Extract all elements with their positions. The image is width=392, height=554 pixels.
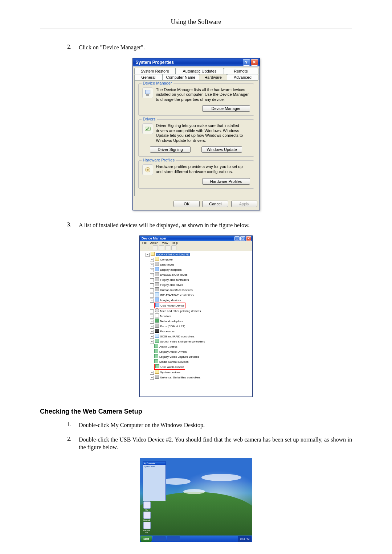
- svg-rect-0: [145, 90, 150, 94]
- desktop-icon[interactable]: Recycle Bin: [143, 522, 150, 534]
- drivers-icon: [142, 123, 153, 134]
- tab-system-restore[interactable]: System Restore: [134, 68, 176, 74]
- help-icon[interactable]: ?: [243, 59, 250, 66]
- my-computer-side: System Tasks: [143, 465, 166, 501]
- tab-general[interactable]: General: [134, 74, 163, 80]
- tree-item[interactable]: Imaging devices: [160, 299, 181, 302]
- close-icon[interactable]: ✕: [251, 59, 258, 66]
- tree-item[interactable]: Media Control Devices: [159, 360, 188, 364]
- menu-view[interactable]: View: [162, 241, 168, 245]
- step-3-num: 3.: [67, 221, 79, 229]
- tab-hardware[interactable]: Hardware: [199, 74, 228, 80]
- step-3-text: A list of installed devices will be disp…: [79, 221, 352, 229]
- devmgr-toolbar: ←→: [140, 245, 252, 251]
- tree-item[interactable]: Display adapters: [160, 268, 182, 271]
- tree-item[interactable]: DVD/CD-ROM drives: [160, 273, 188, 276]
- tree-item[interactable]: Disk drives: [160, 263, 174, 266]
- menu-help[interactable]: Help: [172, 241, 177, 245]
- tree-item[interactable]: Floppy disk drives: [160, 283, 183, 287]
- taskbar-item[interactable]: [153, 536, 166, 541]
- cancel-button[interactable]: Cancel: [202, 201, 228, 207]
- menu-action[interactable]: Action: [150, 241, 158, 245]
- driver-signing-button[interactable]: Driver Signing: [150, 146, 191, 153]
- tree-item[interactable]: Human Interface Devices: [160, 288, 193, 292]
- tree-item[interactable]: Ports (COM & LPT): [160, 325, 185, 328]
- devmgr-tree[interactable]: −WORKSTATION-42A27D +Computer +Disk driv…: [140, 251, 252, 397]
- usb-video-device[interactable]: USB Video Device: [160, 304, 184, 307]
- webcam-step-2-text: Double-click the USB Video Device #2. Yo…: [79, 436, 352, 451]
- hardware-panel: Device Manager The Device Manager lists …: [134, 80, 258, 196]
- devmgr-menubar: File Action View Help: [140, 241, 252, 245]
- device-manager-legend: Device Manager: [142, 81, 173, 85]
- tab-remote[interactable]: Remote: [224, 68, 258, 74]
- start-button[interactable]: start: [140, 536, 152, 542]
- device-manager-button[interactable]: Device Manager: [202, 105, 250, 112]
- system-tray[interactable]: 1:43 PM: [238, 536, 252, 542]
- taskbar-item[interactable]: [167, 536, 180, 541]
- hardware-profiles-button[interactable]: Hardware Profiles: [202, 178, 250, 185]
- step-3: 3. A list of installed devices will be d…: [67, 221, 352, 229]
- tool-icon[interactable]: [153, 245, 158, 250]
- device-manager-icon: [142, 87, 153, 98]
- header-rule: [40, 29, 352, 29]
- tree-item[interactable]: Audio Codecs: [159, 345, 177, 348]
- tabs-row-front: General Computer Name Hardware Advanced: [134, 74, 258, 80]
- windows-desktop-figure: My Computer System Tasks My Computer Net…: [140, 458, 252, 542]
- step-2: 2. Click on "Device Manager".: [67, 44, 352, 52]
- tree-item[interactable]: Floppy disk controllers: [160, 278, 189, 282]
- close-icon[interactable]: ✕: [246, 236, 251, 241]
- minimize-icon[interactable]: _: [234, 236, 240, 241]
- dialog-footer: OK Cancel Apply: [133, 198, 260, 210]
- step-2-text: Click on "Device Manager".: [79, 44, 352, 52]
- tree-item[interactable]: Legacy Audio Drivers: [159, 350, 187, 353]
- tree-item[interactable]: SCSI and RAID controllers: [160, 335, 195, 338]
- my-computer-window[interactable]: My Computer System Tasks: [143, 461, 166, 500]
- tree-item[interactable]: System devices: [160, 371, 180, 374]
- dialog-titlebar: System Properties ? ✕: [133, 58, 260, 66]
- tree-item[interactable]: Mice and other pointing devices: [160, 309, 201, 313]
- drivers-group: Drivers Driver Signing lets you make sur…: [138, 119, 254, 157]
- apply-button[interactable]: Apply: [231, 201, 257, 207]
- devmgr-title: Device Manager: [142, 237, 167, 240]
- tool-icon[interactable]: [165, 245, 170, 250]
- tab-automatic-updates[interactable]: Automatic Updates: [175, 68, 224, 74]
- tree-item[interactable]: Processors: [160, 330, 175, 333]
- ok-button[interactable]: OK: [173, 201, 200, 207]
- tool-icon[interactable]: [159, 245, 164, 250]
- tabs-row-back: System Restore Automatic Updates Remote: [134, 68, 258, 74]
- tree-item[interactable]: Network adapters: [160, 320, 183, 323]
- desktop-icon[interactable]: Network: [143, 512, 150, 521]
- webcam-step-1-num: 1.: [67, 421, 79, 429]
- svg-point-4: [147, 169, 148, 171]
- hardware-profiles-group: Hardware Profiles Hardware profiles prov…: [138, 160, 254, 189]
- drivers-legend: Drivers: [142, 117, 157, 121]
- dialog-title: System Properties: [136, 60, 174, 65]
- webcam-step-1: 1. Double-click My Computer on the Windo…: [67, 421, 352, 429]
- device-manager-group: Device Manager The Device Manager lists …: [138, 83, 254, 116]
- tab-advanced[interactable]: Advanced: [227, 74, 258, 80]
- tree-item[interactable]: Legacy Video Capture Devices: [159, 355, 199, 358]
- system-properties-dialog: System Properties ? ✕ System Restore Aut…: [132, 58, 260, 210]
- tab-computer-name[interactable]: Computer Name: [162, 74, 199, 80]
- hardware-profiles-icon: [142, 164, 153, 175]
- tree-item[interactable]: Universal Serial Bus controllers: [160, 376, 200, 379]
- webcam-step-2: 2. Double-click the USB Video Device #2.…: [67, 436, 352, 451]
- webcam-step-1-text: Double-click My Computer on the Windows …: [79, 421, 352, 429]
- device-manager-text: The Device Manager lists all the hardwar…: [156, 87, 250, 102]
- maximize-icon[interactable]: ▢: [240, 236, 245, 241]
- tree-root[interactable]: WORKSTATION-42A27D: [156, 253, 190, 256]
- hardware-profiles-legend: Hardware Profiles: [142, 158, 176, 162]
- usb-audio-device[interactable]: USB Audio Device: [160, 365, 184, 369]
- tree-item[interactable]: Computer: [160, 258, 173, 261]
- tree-item[interactable]: Monitors: [160, 315, 171, 318]
- tree-item[interactable]: IDE ATA/ATAPI controllers: [160, 294, 194, 297]
- my-computer-title: My Computer: [143, 462, 166, 465]
- tool-icon[interactable]: [171, 245, 176, 250]
- menu-file[interactable]: File: [142, 241, 147, 245]
- svg-rect-1: [146, 94, 149, 95]
- windows-update-button[interactable]: Windows Update: [201, 146, 242, 153]
- tree-item[interactable]: Sound, video and game controllers: [160, 340, 205, 343]
- page-header: Using the Software: [40, 18, 352, 26]
- taskbar: start 1:43 PM: [140, 535, 252, 542]
- hardware-profiles-text: Hardware profiles provide a way for you …: [156, 164, 250, 175]
